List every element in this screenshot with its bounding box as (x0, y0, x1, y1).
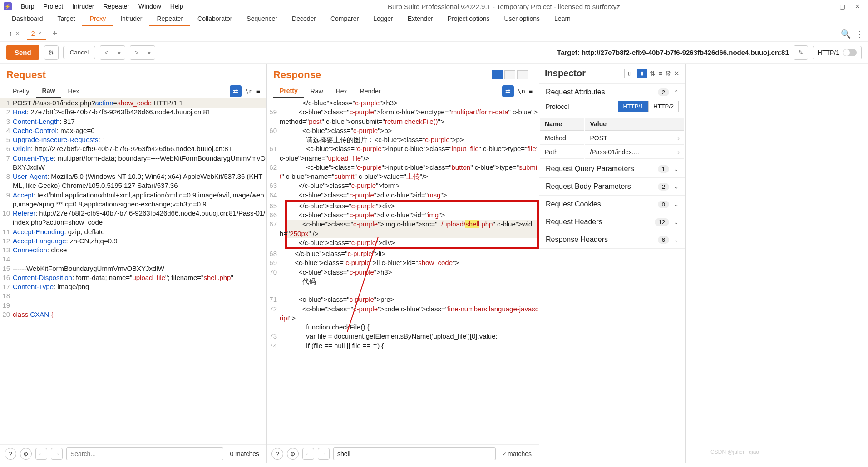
request-editor[interactable]: 1POST /Pass-01/index.php?action=show_cod… (0, 98, 266, 444)
view-pretty[interactable]: Pretty (6, 85, 36, 98)
proto-http1[interactable]: HTTP/1 (618, 101, 648, 112)
editor-line[interactable]: 18 (0, 291, 266, 300)
prev-match-icon[interactable]: ← (35, 448, 47, 460)
send-button[interactable]: Send (6, 45, 39, 60)
add-tab-button[interactable]: + (49, 29, 61, 39)
inspector-section[interactable]: Request Cookies0⌄ (539, 196, 685, 213)
editor-line[interactable]: 62 <c-blue">class="c-purple">input c-blu… (267, 163, 539, 182)
close-icon[interactable]: ✕ (851, 3, 864, 10)
col-name[interactable]: Name (540, 118, 584, 131)
prev-match-icon[interactable]: ← (302, 448, 314, 460)
editor-line[interactable]: 3Content-Length: 817 (0, 117, 266, 126)
table-row[interactable]: Path/Pass-01/index....› (540, 146, 684, 159)
tab-sequencer[interactable]: Sequencer (239, 12, 285, 26)
subtab-1[interactable]: 1✕ (5, 28, 24, 40)
view-raw[interactable]: Raw (304, 85, 330, 98)
tab-user-options[interactable]: User options (497, 12, 547, 26)
menu-window[interactable]: Window (134, 3, 166, 10)
layout-side-icon[interactable] (492, 70, 503, 79)
editor-line[interactable]: 59 <c-blue">class="c-purple">form c-blue… (267, 108, 539, 126)
table-row[interactable]: MethodPOST› (540, 132, 684, 145)
next-match-icon[interactable]: → (51, 448, 63, 460)
hamburger-icon[interactable]: ≡ (529, 88, 533, 95)
maximize-icon[interactable]: ▢ (835, 3, 849, 10)
editor-line[interactable]: 14 (0, 255, 266, 264)
help-icon[interactable]: ? (5, 448, 16, 460)
history-back-icon[interactable]: < (100, 45, 113, 60)
editor-line[interactable]: 64 <c-blue">class="c-purple">div c-blue"… (267, 191, 539, 200)
tab-repeater[interactable]: Repeater (149, 12, 190, 26)
col-value[interactable]: Value (585, 118, 670, 131)
editor-line[interactable]: 63 </c-blue">class="c-purple">form> (267, 181, 539, 190)
view-render[interactable]: Render (354, 85, 387, 98)
request-attributes-header[interactable]: Request Attributes 2 ⌃ (539, 84, 685, 101)
tab-proxy[interactable]: Proxy (82, 12, 113, 26)
tab-learn[interactable]: Learn (547, 12, 578, 26)
menu-burp[interactable]: Burp (16, 3, 39, 10)
inspector-section[interactable]: Request Body Parameters2⌄ (539, 178, 685, 195)
sliders-icon[interactable]: ≡ (658, 69, 662, 77)
cancel-button[interactable]: Cancel (63, 46, 96, 59)
editor-line[interactable]: 12Accept-Language: zh-CN,zh;q=0.9 (0, 236, 266, 246)
history-forward-dropdown-icon[interactable]: ▾ (143, 45, 155, 60)
kebab-menu-icon[interactable]: ⋮ (855, 29, 863, 39)
hamburger-icon[interactable]: ≡ (256, 88, 260, 95)
settings-icon[interactable]: ⚙ (44, 45, 59, 60)
minimize-icon[interactable]: — (820, 3, 833, 10)
edit-target-icon[interactable]: ✎ (794, 45, 808, 60)
editor-line[interactable]: 19 (0, 301, 266, 310)
editor-line[interactable]: 68 </c-blue">class="c-purple">li> (267, 249, 539, 258)
close-icon[interactable]: ✕ (38, 30, 42, 36)
close-icon[interactable]: ✕ (674, 69, 680, 78)
view-raw[interactable]: Raw (36, 84, 62, 98)
history-forward-icon[interactable]: > (130, 45, 143, 60)
editor-line[interactable]: 67 <c-blue">class="c-purple">img c-blue"… (287, 220, 537, 238)
editor-line[interactable]: 65 </c-blue">class="c-purple">div> (287, 202, 537, 211)
tab-intruder[interactable]: Intruder (113, 12, 149, 26)
editor-line[interactable]: 73 var file = document.getElementsByName… (267, 332, 539, 341)
history-back-dropdown-icon[interactable]: ▾ (113, 45, 125, 60)
gear-icon[interactable]: ⚙ (287, 448, 299, 460)
expand-icon[interactable]: ⇅ (650, 69, 656, 78)
layout-single-icon[interactable] (517, 70, 528, 79)
menu-project[interactable]: Project (39, 3, 68, 10)
tab-decoder[interactable]: Decoder (285, 12, 323, 26)
newline-icon[interactable]: \n (518, 88, 525, 95)
editor-line[interactable]: 61 <c-blue">class="c-purple">input c-blu… (267, 144, 539, 163)
editor-line[interactable]: 70 <c-blue">class="c-purple">h3> 代码 (267, 268, 539, 295)
editor-line[interactable]: 20class CXAN { (0, 310, 266, 319)
tab-dashboard[interactable]: Dashboard (5, 12, 50, 26)
gear-icon[interactable]: ⚙ (665, 69, 671, 78)
editor-line[interactable]: 6Origin: http://27e7b8f2-cfb9-40b7-b7f6-… (0, 144, 266, 153)
tab-logger[interactable]: Logger (366, 12, 400, 26)
editor-line[interactable]: 60 <c-blue">class="c-purple">p> 请选择要上传的图… (267, 126, 539, 145)
editor-line[interactable]: 8User-Agent: Mozilla/5.0 (Windows NT 10.… (0, 172, 266, 191)
editor-line[interactable]: 7Content-Type: multipart/form-data; boun… (0, 154, 266, 172)
menu-intruder[interactable]: Intruder (68, 3, 99, 10)
toggle-icon[interactable] (843, 49, 857, 56)
editor-line[interactable]: 11Accept-Encoding: gzip, deflate (0, 227, 266, 236)
response-editor[interactable]: </c-blue">class="c-purple">h3>59 <c-blue… (267, 98, 539, 444)
editor-line[interactable]: 72 <c-blue">class="c-purple">code c-blue… (267, 305, 539, 332)
menu-repeater[interactable]: Repeater (99, 3, 134, 10)
editor-line[interactable]: 17Content-Type: image/png (0, 282, 266, 291)
editor-line[interactable]: 10Referer: http://27e7b8f2-cfb9-40b7-b7f… (0, 209, 266, 227)
view-pretty[interactable]: Pretty (273, 84, 304, 98)
tab-collaborator[interactable]: Collaborator (190, 12, 239, 26)
view-hex[interactable]: Hex (330, 85, 354, 98)
inspector-section[interactable]: Request Query Parameters1⌄ (539, 160, 685, 177)
editor-line[interactable]: </c-blue">class="c-purple">h3> (267, 98, 539, 108)
help-icon[interactable]: ? (271, 448, 283, 460)
tab-comparer[interactable]: Comparer (323, 12, 366, 26)
editor-line[interactable]: 74 if (file == null || file == "") { (267, 341, 539, 350)
tab-project-options[interactable]: Project options (440, 12, 497, 26)
close-icon[interactable]: ✕ (15, 31, 20, 37)
editor-line[interactable]: 69 <c-blue">class="c-purple">li c-blue">… (267, 258, 539, 267)
inspector-section[interactable]: Response Headers6⌄ (539, 231, 685, 248)
layout-stack-icon[interactable] (504, 70, 515, 79)
editor-line[interactable]: 1POST /Pass-01/index.php?action=show_cod… (0, 98, 266, 108)
gear-icon[interactable]: ⚙ (20, 448, 32, 460)
proto-http2[interactable]: HTTP/2 (648, 101, 679, 112)
editor-line[interactable]: 5Upgrade-Insecure-Requests: 1 (0, 135, 266, 144)
layout-icon[interactable]: ▯ (624, 69, 634, 78)
